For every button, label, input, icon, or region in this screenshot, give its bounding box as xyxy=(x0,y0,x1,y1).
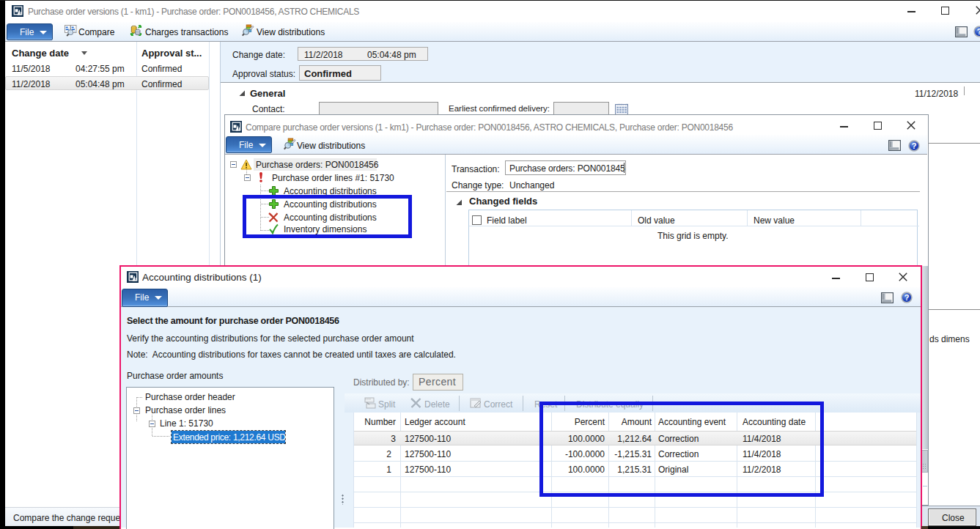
svg-text:?: ? xyxy=(977,27,980,36)
svg-text:?: ? xyxy=(912,141,917,150)
svg-text:?: ? xyxy=(905,293,910,302)
